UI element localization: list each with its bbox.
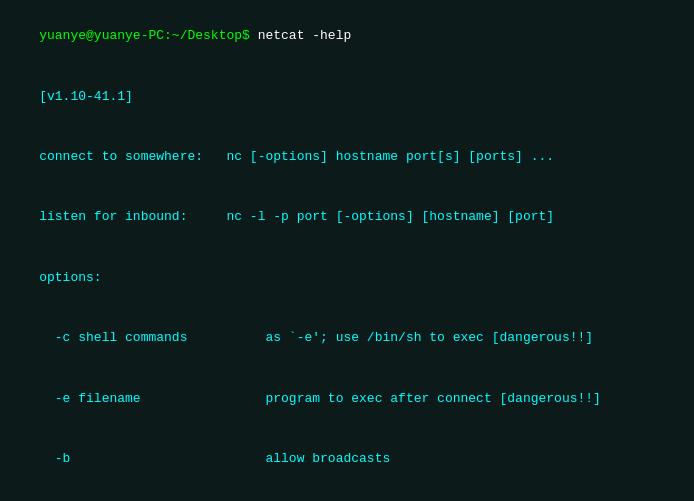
opt-c-line: -c shell commands as `-e'; use /bin/sh t… [8, 308, 686, 368]
opt-e-line: -e filename program to exec after connec… [8, 369, 686, 429]
prompt-text: yuanye@yuanye-PC:~/Desktop$ [39, 28, 250, 43]
prompt-line: yuanye@yuanye-PC:~/Desktop$ netcat -help [8, 6, 686, 66]
options-header-line: options: [8, 248, 686, 308]
options-header: options: [39, 270, 101, 285]
connect-line: connect to somewhere: nc [-options] host… [8, 127, 686, 187]
command-text: netcat -help [250, 28, 351, 43]
listen-line: listen for inbound: nc -l -p port [-opti… [8, 187, 686, 247]
opt-c: -c shell commands as `-e'; use /bin/sh t… [39, 330, 593, 345]
connect-text: connect to somewhere: nc [-options] host… [39, 149, 554, 164]
version-text: [v1.10-41.1] [39, 89, 133, 104]
opt-g-line: -g gateway source-routing hop point[s], … [8, 489, 686, 501]
opt-b: -b allow broadcasts [39, 451, 390, 466]
listen-text: listen for inbound: nc -l -p port [-opti… [39, 209, 554, 224]
opt-b-line: -b allow broadcasts [8, 429, 686, 489]
terminal-window: yuanye@yuanye-PC:~/Desktop$ netcat -help… [0, 0, 694, 501]
opt-e: -e filename program to exec after connec… [39, 391, 601, 406]
version-line: [v1.10-41.1] [8, 66, 686, 126]
